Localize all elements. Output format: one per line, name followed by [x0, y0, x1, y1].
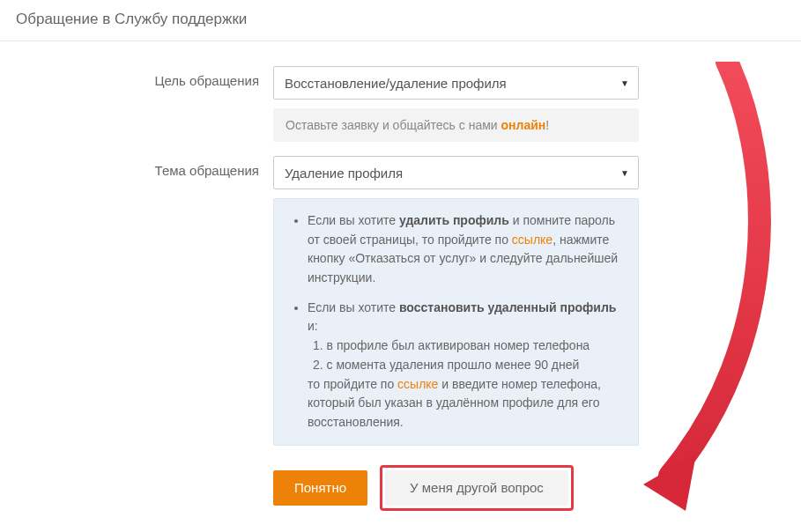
other-question-button[interactable]: У меня другой вопрос [385, 470, 568, 506]
button-row: Понятно У меня другой вопрос [273, 465, 639, 511]
select-purpose-value: Восстановление/удаление профиля [285, 76, 507, 91]
help-item-restore: Если вы хотите восстановить удаленный пр… [308, 299, 622, 432]
row-purpose: Цель обращения Восстановление/удаление п… [0, 66, 801, 142]
label-purpose: Цель обращения [0, 66, 273, 88]
ok-button[interactable]: Понятно [273, 470, 367, 506]
row-topic: Тема обращения Удаление профиля ▼ Если в… [0, 156, 801, 511]
online-notice: Оставьте заявку и общайтесь с нами онлай… [273, 108, 639, 142]
online-highlight: онлайн [501, 118, 546, 132]
label-topic: Тема обращения [0, 156, 273, 178]
chevron-down-icon: ▼ [620, 168, 629, 178]
page-title: Обращение в Службу поддержки [16, 11, 785, 28]
chevron-down-icon: ▼ [620, 78, 629, 88]
help-panel: Если вы хотите удалить профиль и помните… [273, 198, 639, 446]
help-link-delete[interactable]: ссылке [512, 233, 553, 247]
support-form: Цель обращения Восстановление/удаление п… [0, 41, 801, 511]
highlight-annotation: У меня другой вопрос [380, 465, 574, 511]
select-purpose[interactable]: Восстановление/удаление профиля ▼ [273, 66, 639, 100]
select-topic[interactable]: Удаление профиля ▼ [273, 156, 639, 189]
help-item-delete: Если вы хотите удалить профиль и помните… [308, 211, 622, 288]
select-topic-value: Удаление профиля [285, 166, 403, 181]
help-link-restore[interactable]: ссылке [397, 377, 438, 391]
page-header: Обращение в Службу поддержки [0, 0, 801, 41]
